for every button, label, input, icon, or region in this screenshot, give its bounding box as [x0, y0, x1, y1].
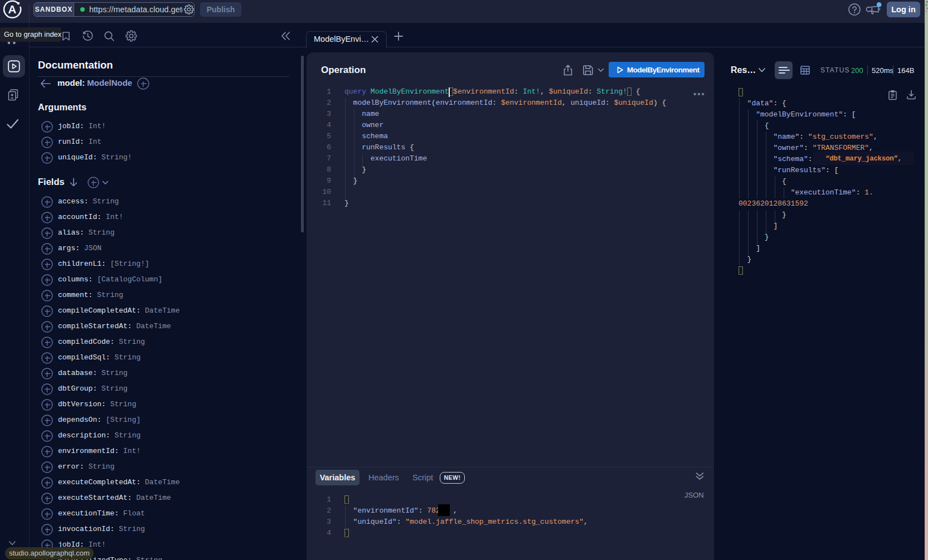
svg-text:A: A	[8, 3, 17, 16]
